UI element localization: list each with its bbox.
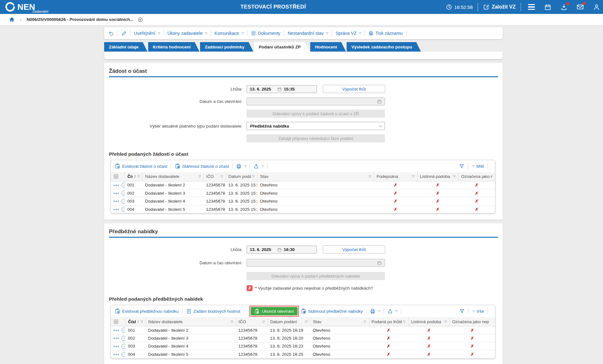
tab-zadavaci-podminky[interactable]: Zadávací podmínky: [200, 42, 253, 52]
info-icon[interactable]: i: [122, 191, 125, 196]
odeslani-vyzvy-button[interactable]: Odeslání výzvy k podání předběžných nabí…: [247, 272, 385, 280]
vypocet-lhut-button[interactable]: Výpočet lhůt: [323, 245, 385, 254]
filter-caret-icon[interactable]: ▽: [362, 320, 366, 323]
column-header[interactable]: Číslo↑▽: [125, 317, 146, 326]
typ-podani-select[interactable]: Předběžná nabídka: [247, 122, 385, 130]
stahnout-zadosti-button[interactable]: Stáhnout žádosti o účast: [175, 163, 229, 169]
column-settings-icon[interactable]: [113, 319, 119, 324]
tab-podani-ucastniku-zp[interactable]: Podání účastníků ZP: [254, 42, 310, 52]
zadani-bodovych-hodnot-button[interactable]: Zadání bodových hodnot: [186, 309, 241, 314]
menu-nestandardni-stav[interactable]: Nestandardní stav▽: [288, 31, 329, 36]
column-header[interactable]: Podaná po lhůtě▽: [369, 317, 408, 326]
info-icon[interactable]: i: [122, 328, 125, 333]
ukoncit-oteviranie-button[interactable]: Ukončit otevírání: [251, 307, 297, 315]
filter-caret-icon[interactable]: ▽: [136, 175, 140, 178]
row-menu-icon[interactable]: ●●●: [113, 200, 119, 203]
view-selector[interactable]: ▽MW: [472, 164, 484, 169]
messages-icon[interactable]: [577, 3, 584, 10]
home-icon[interactable]: [9, 16, 15, 22]
row-menu-icon[interactable]: ●●●: [113, 192, 119, 195]
info-icon[interactable]: i: [122, 183, 125, 188]
print-table-button[interactable]: ▽: [370, 309, 380, 314]
info-icon[interactable]: i: [122, 207, 125, 212]
stahnout-nabidky-button[interactable]: Stáhnout předběžné nabídky: [301, 308, 363, 314]
column-header[interactable]: Datum podání▽: [267, 317, 310, 326]
export-table-button[interactable]: ▽: [254, 164, 264, 169]
menu-uverejneni[interactable]: Uveřejnění▽: [134, 31, 160, 36]
view-selector[interactable]: ▽Vše: [472, 309, 484, 314]
column-header[interactable]: Označena jako ne: [458, 172, 495, 181]
column-header[interactable]: Číslo↑▽: [125, 172, 142, 181]
column-header[interactable]: Stav▽: [257, 172, 374, 181]
menu-icon[interactable]: [528, 4, 535, 10]
calendar-icon[interactable]: [277, 247, 282, 252]
edit-record-icon[interactable]: [121, 31, 127, 36]
user-icon[interactable]: [593, 4, 600, 10]
table-row[interactable]: ●●●i004Dodavatel - školení 51234567813. …: [111, 350, 495, 358]
oteviranie-input[interactable]: [247, 259, 385, 267]
row-menu-icon[interactable]: ●●●: [113, 329, 119, 332]
table-row[interactable]: ●●●i003Dodavatel - školení 41234567813. …: [111, 342, 495, 350]
column-header[interactable]: IČO▽: [236, 317, 267, 326]
table-row[interactable]: ●●●i002Dodavatel - školení 31234567813. …: [111, 334, 495, 342]
table-row[interactable]: ●●●i003Dodavatel - školení 41234567813. …: [111, 197, 495, 205]
menu-dokumenty[interactable]: Dokumenty: [251, 31, 280, 36]
filter-caret-icon[interactable]: ▽: [139, 320, 143, 323]
evidovat-zadost-button[interactable]: Evidovat žádost o účast: [115, 163, 167, 169]
close-icon[interactable]: [138, 16, 143, 22]
filter-caret-icon[interactable]: ▽: [261, 320, 265, 323]
column-header[interactable]: Název dodavatele▽: [146, 317, 236, 326]
lhuta-datetime-input[interactable]: 13. 6. 2025 15:35: [247, 85, 317, 93]
filter-caret-icon[interactable]: ▽: [219, 175, 223, 178]
tab-zakladni-udaje[interactable]: Základní údaje: [104, 42, 148, 52]
column-header[interactable]: Listinná podoba▽: [408, 317, 449, 326]
export-table-button[interactable]: ▽: [387, 309, 398, 314]
filter-caret-icon[interactable]: ▽: [443, 320, 447, 323]
table-row[interactable]: ●●●i002Dodavatel - školení 31234567813. …: [111, 189, 495, 197]
filter-caret-icon[interactable]: ▽: [251, 175, 255, 178]
column-header[interactable]: Název dodavatele▽: [142, 172, 204, 181]
zahajit-pripravu-button[interactable]: Zahájit přípravu následující fáze podání: [247, 134, 385, 142]
info-icon[interactable]: i: [122, 199, 125, 204]
table-row[interactable]: ●●●i001Dodavatel - školení 21234567813. …: [111, 326, 495, 334]
table-row[interactable]: ●●●i004Dodavatel - školení 51234567813. …: [111, 205, 495, 213]
calendar-icon[interactable]: [544, 4, 551, 10]
filter-icon[interactable]: [459, 164, 464, 169]
filter-caret-icon[interactable]: ▽: [304, 320, 308, 323]
info-icon[interactable]: i: [122, 344, 125, 349]
undo-icon[interactable]: [109, 31, 114, 36]
column-header[interactable]: Označena jako nep: [449, 317, 495, 326]
column-header[interactable]: IČO▽: [204, 172, 226, 181]
tab-hodnoceni[interactable]: Hodnocení: [310, 42, 346, 52]
row-menu-icon[interactable]: ●●●: [113, 208, 119, 211]
column-settings-icon[interactable]: [113, 174, 119, 179]
menu-sprava-vz[interactable]: Správa VZ▽: [336, 31, 361, 36]
filter-caret-icon[interactable]: ▽: [411, 175, 415, 178]
odeslani-vyzvy-button[interactable]: Odeslání výzvy k podání žádosti o účast …: [247, 110, 385, 118]
print-table-button[interactable]: ▽: [236, 164, 246, 169]
row-menu-icon[interactable]: ●●●: [113, 345, 119, 348]
tab-vysledek-zadavaciho-postupu[interactable]: Výsledek zadávacího postupu: [347, 42, 421, 52]
column-header[interactable]: Stav▽: [310, 317, 369, 326]
filter-caret-icon[interactable]: ▽: [197, 175, 201, 178]
evidovat-nabidku-button[interactable]: Evidovat předběžnou nabídku: [115, 308, 179, 314]
vypocet-lhut-button[interactable]: Výpočet lhůt: [323, 85, 385, 93]
row-menu-icon[interactable]: ●●●: [113, 184, 119, 186]
filter-icon[interactable]: [459, 309, 465, 314]
menu-ukony-zadavatele[interactable]: Úkony zadavatele▽: [167, 31, 207, 36]
breadcrumb-item[interactable]: N006/25/V00005626 - Provozování domu soc…: [27, 17, 134, 22]
tab-kriteria-hodnoceni[interactable]: Kritéria hodnocení: [148, 42, 199, 52]
lhuta-datetime-input[interactable]: 13. 6. 2025 16:30: [247, 246, 317, 254]
row-menu-icon[interactable]: ●●●: [113, 337, 119, 340]
filter-caret-icon[interactable]: ▽: [229, 320, 233, 323]
menu-komunikace[interactable]: Komunikace▽: [215, 31, 244, 36]
column-header[interactable]: Datum podání▽: [226, 172, 257, 181]
oteviranie-input[interactable]: [247, 97, 385, 105]
downloads-icon[interactable]: [561, 4, 567, 10]
row-menu-icon[interactable]: ●●●: [113, 353, 119, 356]
column-header[interactable]: Podepsána▽: [374, 172, 417, 181]
table-row[interactable]: ●●●i001Dodavatel - školení 21234567813. …: [111, 181, 495, 189]
print-record-button[interactable]: Tisk záznamu: [368, 31, 403, 36]
filter-caret-icon[interactable]: ▽: [402, 320, 406, 323]
info-icon[interactable]: i: [122, 352, 125, 357]
